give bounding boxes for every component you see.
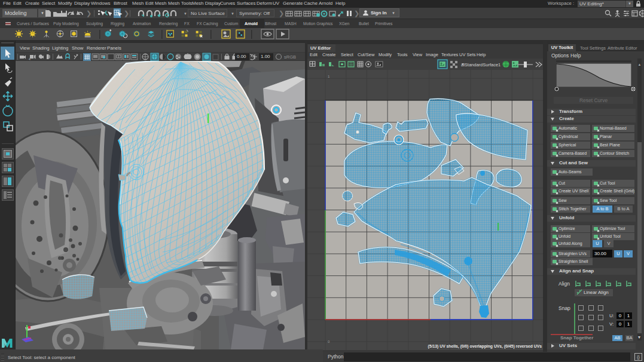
- svg-text:(5/13) UV shells, (0/0) overla: (5/13) UV shells, (0/0) overlapping UVs,…: [428, 344, 542, 349]
